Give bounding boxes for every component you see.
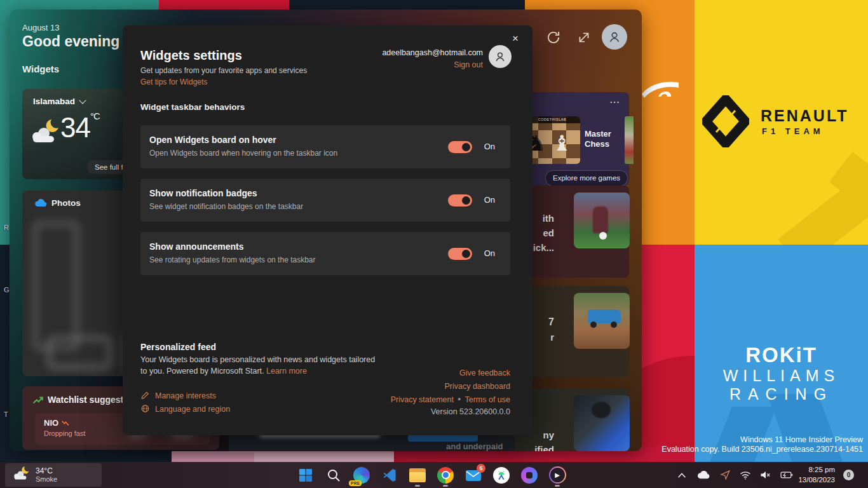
blurred-photo-content <box>34 222 78 349</box>
system-tray <box>677 462 793 488</box>
person-icon <box>607 30 621 44</box>
master-chess-thumbnail[interactable]: CODETHISLAB ♞ ♝ <box>524 116 580 164</box>
pre-badge: PRE <box>349 480 362 486</box>
taskbar-app-icons: PRE <box>292 462 571 488</box>
setting-title: Open Widgets board on hover <box>149 135 276 145</box>
toggle-knob <box>462 250 470 258</box>
terms-of-use-link[interactable]: Terms of use <box>465 395 510 404</box>
desktop-icon-label[interactable]: R <box>4 224 9 231</box>
mail-icon: 5 <box>465 467 482 484</box>
location-in-use-icon[interactable] <box>720 470 731 480</box>
desktop-icon-label[interactable]: T <box>4 410 8 418</box>
suv-thumbnail <box>574 293 630 349</box>
onedrive-cloud-icon[interactable] <box>696 470 711 480</box>
search-button[interactable] <box>320 462 348 488</box>
evaluation-build-watermark: Evaluation copy. Build 23506.ni_prerelea… <box>661 445 863 454</box>
board-greeting: Good evening <box>22 33 119 50</box>
toggle-knob <box>462 196 470 205</box>
android-studio-icon <box>493 467 510 484</box>
board-profile-avatar[interactable] <box>602 24 627 50</box>
privacy-terms-row: Privacy statement●Terms of use <box>391 395 510 404</box>
setting-row-notification-badges: Show notification badges See widget noti… <box>140 179 510 222</box>
loop-hole <box>526 472 532 478</box>
williams-brand-text: WILLIAMS <box>695 367 868 385</box>
chrome-button[interactable] <box>431 462 459 488</box>
more-options-icon[interactable]: ··· <box>610 97 620 107</box>
blurred-photo-content <box>48 337 111 369</box>
account-avatar[interactable] <box>489 45 512 68</box>
racing-brand-text: RACING <box>695 385 868 403</box>
privacy-dashboard-link[interactable]: Privacy dashboard <box>444 382 510 391</box>
clock-date: 13/08/2023 <box>798 475 835 485</box>
weather-location-dropdown[interactable]: Islamabad <box>33 97 85 106</box>
clock-time: 8:25 pm <box>798 464 835 475</box>
toggle-switch[interactable] <box>448 141 472 153</box>
explore-more-games-button[interactable]: Explore more games <box>545 170 628 186</box>
account-email: adeelbangash@hotmail.com <box>382 48 483 57</box>
headline-fragment: 7 <box>548 316 554 328</box>
dialog-title: Widgets settings <box>140 48 242 63</box>
close-icon[interactable]: × <box>507 30 524 47</box>
wallpaper-pink-strip-light <box>254 452 394 463</box>
toggle-switch[interactable] <box>448 248 472 260</box>
expand-icon[interactable] <box>576 29 592 46</box>
setting-row-announcements: Show announcements See rotating updates … <box>140 232 510 275</box>
get-tips-link[interactable]: Get tips for Widgets <box>140 78 207 86</box>
renault-f1team-text: F1 TEAM <box>762 126 824 136</box>
dot-separator: ● <box>458 396 461 402</box>
vscode-button[interactable] <box>376 462 403 488</box>
start-button[interactable] <box>292 462 320 488</box>
desktop-icon-label[interactable]: G <box>4 286 10 294</box>
tray-chevron-up-icon[interactable] <box>677 471 687 479</box>
weather-unit: °C <box>90 111 100 121</box>
notification-count-badge[interactable]: 0 <box>843 470 854 480</box>
learn-more-link[interactable]: Learn more <box>266 367 307 376</box>
play-icon: ▶ <box>550 468 565 482</box>
feed-description-line2: to you. Powered by Microsoft Start. Lear… <box>140 367 307 376</box>
weather-city: Islamabad <box>33 97 75 106</box>
sign-out-link[interactable]: Sign out <box>454 60 483 69</box>
manage-interests-link[interactable]: Manage interests <box>140 391 216 400</box>
battery-charging-icon[interactable] <box>780 471 793 479</box>
dialog-subtitle: Get updates from your favorite apps and … <box>140 66 307 75</box>
privacy-statement-link[interactable]: Privacy statement <box>391 395 454 404</box>
edge-insider-button[interactable]: PRE <box>348 462 376 488</box>
screen: RENAULT F1 TEAM ROKiT WILLIAMS RACING Wi… <box>0 0 868 488</box>
give-feedback-link[interactable]: Give feedback <box>459 369 510 377</box>
mail-button[interactable]: 5 <box>459 462 487 488</box>
android-studio-button[interactable] <box>487 462 515 488</box>
setting-title: Show announcements <box>149 241 244 252</box>
media-player-button[interactable]: ▶ <box>543 462 571 488</box>
feed-description-line1: Your Widgets board is personalized with … <box>140 355 375 364</box>
white-chess-piece: ♝ <box>552 124 571 162</box>
headline-fragment: and underpaid <box>446 442 503 451</box>
widgets-settings-dialog: × Widgets settings Get updates from your… <box>123 25 532 435</box>
setting-description: See rotating updates from widgets on the… <box>149 255 316 264</box>
setting-description: See widget notification badges on the ta… <box>149 202 303 211</box>
trending-up-icon <box>32 395 44 408</box>
mail-unread-badge: 5 <box>477 464 485 473</box>
toggle-switch[interactable] <box>448 194 472 207</box>
second-game-thumbnail[interactable] <box>625 116 634 164</box>
toggle-knob <box>462 143 470 151</box>
loop-icon <box>521 467 538 484</box>
language-region-link[interactable]: Language and region <box>140 404 230 414</box>
game-studio-caption: CODETHISLAB <box>524 116 580 123</box>
rokit-brand-text: ROKiT <box>695 343 868 367</box>
taskbar-weather-condition: Smoke <box>36 475 57 484</box>
headline-fragment: r <box>550 332 554 342</box>
search-icon <box>326 468 341 483</box>
pencil-icon <box>140 391 150 400</box>
taskbar: 34°C Smoke PRE <box>0 462 868 488</box>
taskbar-weather-chip[interactable]: 34°C Smoke <box>5 463 102 487</box>
wifi-icon[interactable] <box>740 471 751 480</box>
volume-muted-icon[interactable] <box>760 470 771 480</box>
setting-description: Open Widgets board when hovering on the … <box>149 149 337 158</box>
taskbar-clock[interactable]: 8:25 pm 13/08/2023 <box>798 464 835 485</box>
file-explorer-button[interactable] <box>403 462 431 488</box>
media-player-icon: ▶ <box>549 466 566 484</box>
loop-button[interactable] <box>515 462 543 488</box>
football-thumbnail <box>574 193 630 248</box>
renault-brand-text: RENAULT <box>761 107 849 125</box>
refresh-icon[interactable] <box>545 29 562 46</box>
